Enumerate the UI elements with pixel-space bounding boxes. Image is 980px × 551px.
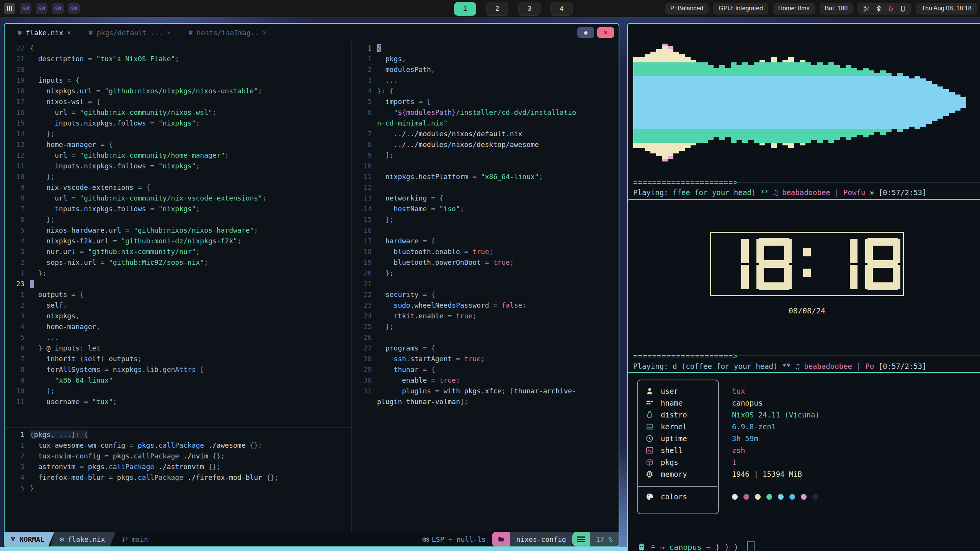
viz-column bbox=[880, 70, 886, 135]
fetch-value-user: tux bbox=[732, 387, 745, 395]
workspace-tag-3[interactable]: 3 bbox=[518, 2, 541, 16]
mode-label: NORMAL bbox=[20, 535, 44, 543]
code-line: 23 bbox=[5, 279, 351, 289]
file-label: flake.nix bbox=[68, 535, 105, 543]
phone-icon bbox=[900, 5, 906, 12]
code-line: 24 rtkit.enable = true; bbox=[352, 311, 619, 321]
code-line: 20 bbox=[5, 64, 351, 75]
workspace-tag-4[interactable]: 4 bbox=[550, 2, 573, 16]
vim-icon bbox=[10, 536, 16, 542]
terminal-color-dots bbox=[732, 494, 818, 500]
tabs: ❄flake.nix×❄pkgs/default ...×❄hosts/isoI… bbox=[18, 28, 267, 37]
clock-digit bbox=[756, 238, 792, 290]
viz-column bbox=[915, 76, 920, 129]
code-line: 20 }; bbox=[352, 268, 619, 279]
mode-segment: NORMAL bbox=[5, 532, 54, 546]
fetch-value-shell: zsh bbox=[732, 446, 745, 455]
code-line: 5 imports = [ bbox=[352, 96, 619, 107]
pkgs-default-buffer[interactable]: 1{pkgs, ...}: {1 tux-awesome-wm-config =… bbox=[5, 427, 351, 532]
code-line: 21 description = "tux's NixOS Flake"; bbox=[5, 54, 351, 64]
branch-label: main bbox=[131, 535, 148, 543]
code-line: 3 astronvim = pkgs.callPackage ./astronv… bbox=[5, 461, 351, 472]
viz-column bbox=[668, 46, 673, 159]
clock-digit bbox=[822, 238, 858, 290]
terminal-cursor[interactable] bbox=[747, 541, 755, 551]
workspace-tag-2[interactable]: 2 bbox=[486, 2, 508, 16]
code-line: 4 nixpkgs-f2k.url = "github:moni-dz/nixp… bbox=[5, 236, 351, 246]
code-line: 16 url = "github:nix-community/nixos-wsl… bbox=[5, 107, 351, 118]
viz-column bbox=[943, 89, 949, 116]
viz-column bbox=[903, 76, 909, 129]
project-segment: nixos-config bbox=[510, 532, 572, 546]
viz-column bbox=[949, 92, 955, 113]
code-line: 25 }; bbox=[352, 321, 619, 332]
code-line: 11 nixpkgs.hostPlatform = "x86_64-linux"… bbox=[352, 171, 619, 182]
iso-image-buffer[interactable]: 1{1 pkgs,2 modulesPath,3 ...4}: {5 impor… bbox=[352, 41, 619, 532]
code-line: 2 tux-nvim-config = pkgs.callPackage ./n… bbox=[5, 451, 351, 461]
code-line: 7 inherit (self) outputs; bbox=[5, 354, 351, 364]
topbar-right-group: P: BalancedGPU: IntegratedHome: 8msBat: … bbox=[665, 3, 977, 15]
code-line: 14 }; bbox=[5, 129, 351, 139]
separator-rule bbox=[738, 182, 980, 183]
viz-column bbox=[811, 65, 817, 140]
pinned-app-icons: $W$W$W$W bbox=[20, 3, 84, 14]
code-line: 26 bbox=[352, 332, 619, 343]
tab-flake.nix[interactable]: ❄flake.nix× bbox=[18, 28, 71, 37]
statusline-right: ⚙⚙ LSP ~ null-ls nixos-config 17 % bbox=[422, 532, 619, 546]
left-split: 22{21 description = "tux's NixOS Flake";… bbox=[5, 41, 352, 532]
tab-hosts/isoImag..[interactable]: ❄hosts/isoImag..× bbox=[188, 28, 266, 37]
clock-pill[interactable]: Thu Aug 08, 18:18 bbox=[916, 3, 977, 15]
code-line: 18 bluetooth.enable = true; bbox=[352, 246, 619, 257]
flake-nix-buffer[interactable]: 22{21 description = "tux's NixOS Flake";… bbox=[5, 41, 351, 427]
code-line: 9 nix-vscode-extensions = { bbox=[5, 182, 351, 193]
viz-column bbox=[794, 62, 800, 143]
window-buttons: ◉ × bbox=[577, 27, 614, 38]
viz-column bbox=[909, 78, 915, 127]
fetch-value-memory: 1946 | 15394 MiB bbox=[732, 470, 802, 478]
viz-column bbox=[714, 68, 719, 137]
viz-column bbox=[863, 68, 869, 137]
status-pills: P: BalancedGPU: IntegratedHome: 8msBat: … bbox=[665, 3, 853, 15]
code-line: 3 ... bbox=[352, 75, 619, 86]
workspace-tag-1[interactable]: 1 bbox=[454, 2, 476, 16]
code-line: 1{pkgs, ...}: { bbox=[5, 429, 351, 440]
code-line: 15 inputs.nixpkgs.follows = "nixpkgs"; bbox=[5, 118, 351, 129]
status-pill: Home: 8ms bbox=[773, 3, 815, 15]
record-icon: ◉ bbox=[584, 29, 587, 36]
viz-column bbox=[760, 60, 765, 145]
viz-column bbox=[840, 68, 846, 137]
viz-column bbox=[691, 60, 696, 145]
nix-snowflake-icon: ❄ bbox=[18, 28, 22, 37]
launcher-button[interactable] bbox=[4, 3, 15, 14]
app-icon[interactable]: $W bbox=[36, 3, 47, 14]
viz-column bbox=[960, 97, 966, 108]
tab-pkgs/default ...[interactable]: ❄pkgs/default ...× bbox=[88, 28, 171, 37]
system-tray[interactable] bbox=[858, 3, 911, 15]
status-pill: Bat: 100 bbox=[820, 3, 853, 15]
toggle-button[interactable]: ◉ bbox=[577, 27, 594, 38]
scroll-percent: 17 % bbox=[596, 535, 612, 543]
nix-snowflake-icon: ❄ bbox=[88, 28, 93, 37]
code-line: 22{ bbox=[5, 43, 351, 54]
shell-prompt[interactable]: ⍨ → canopus ~ ) ) ) bbox=[637, 540, 980, 551]
lsp-segment: ⚙⚙ LSP ~ null-ls bbox=[422, 532, 492, 546]
close-icon: × bbox=[604, 29, 608, 36]
code-line: 6 "${modulesPath}/installer/cd-dvd/insta… bbox=[352, 107, 619, 118]
code-line: 1{ bbox=[352, 43, 619, 54]
neovim-window: ❄flake.nix×❄pkgs/default ...×❄hosts/isoI… bbox=[4, 23, 619, 547]
viz-column bbox=[857, 70, 863, 135]
viz-column bbox=[737, 65, 742, 140]
tab-close-icon[interactable]: × bbox=[67, 29, 71, 36]
code-line: 19 inputs = { bbox=[5, 75, 351, 86]
tab-close-icon[interactable]: × bbox=[263, 29, 266, 36]
separator-arrows: =====================> bbox=[633, 352, 738, 360]
close-button[interactable]: × bbox=[597, 27, 614, 38]
code-line: 31 plugins = with pkgs.xfce; [thunar-arc… bbox=[352, 386, 619, 396]
fetch-box-divider bbox=[637, 486, 717, 487]
viz-column bbox=[656, 49, 662, 156]
app-icon[interactable]: $W bbox=[20, 3, 31, 14]
tab-close-icon[interactable]: × bbox=[167, 29, 171, 36]
viz-column bbox=[748, 65, 754, 140]
app-icon[interactable]: $W bbox=[68, 3, 80, 14]
app-icon[interactable]: $W bbox=[52, 3, 64, 14]
